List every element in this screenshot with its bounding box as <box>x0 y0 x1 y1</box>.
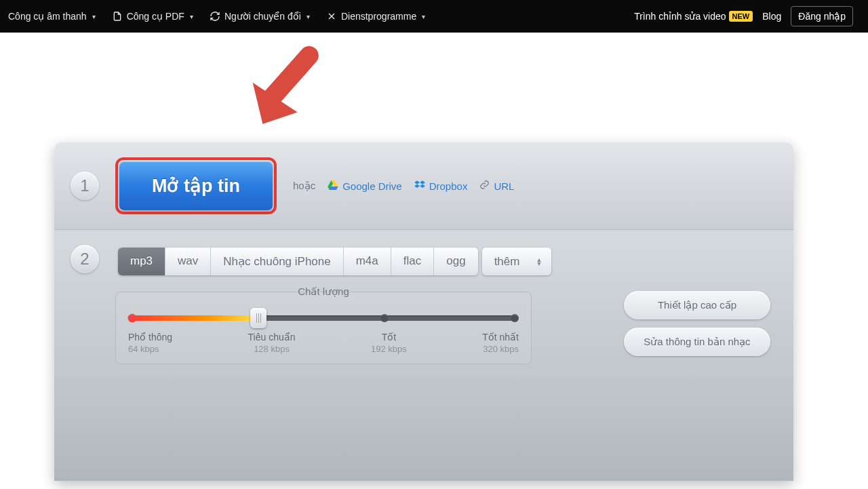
format-label: m4a <box>356 254 378 267</box>
step-2-section: 2 mp3 wav Nhạc chuông iPhone m4a flac og… <box>54 230 793 481</box>
nav-right: Trình chỉnh sửa video NEW Blog Đăng nhập <box>634 6 863 26</box>
step-number: 1 <box>80 176 89 195</box>
chevron-down-icon: ▾ <box>307 13 310 20</box>
nav-item-label: Trình chỉnh sửa video <box>634 11 726 22</box>
slider-stop <box>511 314 519 322</box>
advanced-settings-button[interactable]: Thiết lập cao cấp <box>624 291 770 319</box>
step-1-badge: 1 <box>71 172 99 200</box>
side-buttons: Thiết lập cao cấp Sửa thông tin bản nhạc <box>624 291 770 356</box>
quality-slider[interactable] <box>132 315 515 321</box>
quality-name: Phổ thông <box>128 332 172 343</box>
format-wav[interactable]: wav <box>165 248 211 275</box>
quality-level: Tốt nhất 320 kbps <box>482 332 519 354</box>
nav-utilities[interactable]: Dienstprogramme ▾ <box>318 0 433 33</box>
button-label: Thiết lập cao cấp <box>658 299 736 311</box>
source-dropbox[interactable]: Dropbox <box>414 180 468 192</box>
step-number: 2 <box>80 250 89 269</box>
slider-fill <box>132 315 258 321</box>
slider-stop <box>380 314 389 322</box>
open-file-button[interactable]: Mở tập tin <box>119 161 273 210</box>
quality-level: Tốt 192 kbps <box>371 332 407 354</box>
chevron-down-icon: ▾ <box>422 13 425 20</box>
format-label: wav <box>178 254 198 267</box>
nav-item-label: Công cụ PDF <box>127 11 184 22</box>
dropbox-icon <box>414 180 425 192</box>
format-label: mp3 <box>130 254 153 267</box>
source-links: hoặc Google Drive Dropbox URL <box>293 180 514 192</box>
quality-value: 320 kbps <box>482 344 519 354</box>
format-ogg[interactable]: ogg <box>434 248 477 275</box>
annotation-arrow <box>237 42 319 144</box>
nav-audio-tools[interactable]: Công cụ âm thanh ▾ <box>0 0 104 33</box>
quality-value: 128 kbps <box>248 344 296 354</box>
quality-name: Tiêu chuẩn <box>248 332 296 343</box>
slider-stop <box>128 314 137 323</box>
nav-video-editor[interactable]: Trình chỉnh sửa video NEW <box>634 11 753 22</box>
document-icon <box>112 11 123 22</box>
step-2-content: mp3 wav Nhạc chuông iPhone m4a flac ogg … <box>115 245 551 364</box>
nav-item-label: Người chuyển đổi <box>224 11 301 22</box>
edit-track-info-button[interactable]: Sửa thông tin bản nhạc <box>624 328 770 356</box>
nav-pdf-tools[interactable]: Công cụ PDF ▾ <box>104 0 201 33</box>
refresh-icon <box>210 11 220 22</box>
highlight-ring: Mở tập tin <box>115 157 277 214</box>
format-label: Nhạc chuông iPhone <box>223 255 330 268</box>
quality-labels: Phổ thông 64 kbps Tiêu chuẩn 128 kbps Tố… <box>128 332 519 354</box>
chevron-down-icon: ▾ <box>190 13 193 20</box>
slider-thumb[interactable] <box>250 308 267 328</box>
source-url[interactable]: URL <box>479 180 514 192</box>
nav-item-label: Blog <box>762 11 781 22</box>
source-google-drive[interactable]: Google Drive <box>328 180 402 192</box>
tools-icon <box>326 11 337 22</box>
nav-left: Công cụ âm thanh ▾ Công cụ PDF ▾ Người c… <box>0 0 433 33</box>
format-mp3[interactable]: mp3 <box>118 248 165 275</box>
quality-level: Phổ thông 64 kbps <box>128 332 172 354</box>
quality-level: Tiêu chuẩn 128 kbps <box>248 332 296 354</box>
format-iphone-ringtone[interactable]: Nhạc chuông iPhone <box>211 248 343 275</box>
nav-blog[interactable]: Blog <box>762 11 781 22</box>
format-tabs: mp3 wav Nhạc chuông iPhone m4a flac ogg <box>118 248 478 275</box>
or-label: hoặc <box>293 180 315 192</box>
login-button[interactable]: Đăng nhập <box>791 6 853 26</box>
nav-item-label: Dienstprogramme <box>341 11 416 22</box>
quality-name: Tốt nhất <box>482 332 519 343</box>
converter-panel: 1 Mở tập tin hoặc Google Drive Dropbox <box>54 142 793 481</box>
step-1-section: 1 Mở tập tin hoặc Google Drive Dropbox <box>54 142 793 230</box>
format-flac[interactable]: flac <box>391 248 434 275</box>
updown-icon: ▲▼ <box>536 258 542 266</box>
format-more[interactable]: thêm ▲▼ <box>482 248 552 275</box>
google-drive-icon <box>328 180 338 192</box>
link-label: Google Drive <box>342 180 402 192</box>
link-label: URL <box>494 180 514 192</box>
top-nav: Công cụ âm thanh ▾ Công cụ PDF ▾ Người c… <box>0 0 868 33</box>
login-label: Đăng nhập <box>798 11 846 22</box>
link-icon <box>479 180 490 192</box>
format-label: flac <box>403 254 421 267</box>
link-label: Dropbox <box>429 180 468 192</box>
new-badge: NEW <box>729 11 753 22</box>
nav-converter[interactable]: Người chuyển đổi ▾ <box>201 0 318 33</box>
format-m4a[interactable]: m4a <box>344 248 391 275</box>
quality-value: 64 kbps <box>128 344 172 354</box>
nav-item-label: Công cụ âm thanh <box>8 11 87 22</box>
open-file-label: Mở tập tin <box>152 176 240 196</box>
step-2-badge: 2 <box>71 245 99 273</box>
more-label: thêm <box>494 255 520 269</box>
button-label: Sửa thông tin bản nhạc <box>644 336 750 347</box>
quality-title: Chất lượng <box>291 286 356 298</box>
quality-panel: Chất lượng Phổ thông 64 kbps Tiêu chuẩn <box>115 292 532 364</box>
format-selector: mp3 wav Nhạc chuông iPhone m4a flac ogg … <box>118 248 551 275</box>
chevron-down-icon: ▾ <box>92 13 96 20</box>
format-label: ogg <box>446 254 465 267</box>
quality-value: 192 kbps <box>371 344 407 354</box>
quality-name: Tốt <box>382 332 396 343</box>
